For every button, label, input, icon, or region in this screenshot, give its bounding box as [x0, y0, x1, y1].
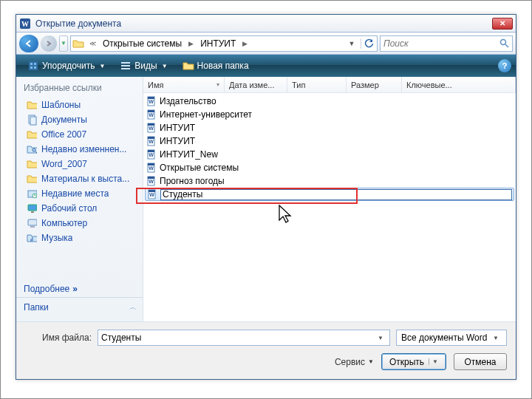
chevron-down-icon[interactable]: ▼ [490, 335, 502, 341]
sidebar-item[interactable]: Word_2007 [24, 157, 143, 171]
svg-text:W: W [149, 166, 154, 171]
column-header-name[interactable]: Имя▾ [143, 77, 225, 92]
file-item[interactable]: WИНТУИТ [143, 121, 516, 134]
file-name: ИНТУИТ_New [160, 149, 218, 160]
word-doc-icon: W [146, 136, 157, 146]
file-name: Прогноз погоды [160, 176, 225, 186]
folder-icon [27, 159, 37, 169]
command-bar: Упорядочить ▼ Виды ▼ Новая папка ? [16, 55, 516, 77]
file-view: Имя▾ Дата изме... Тип Размер Ключевые...… [143, 77, 516, 321]
sidebar-item[interactable]: Музыка [24, 231, 143, 245]
sidebar-item[interactable]: Office 2007 [24, 127, 143, 142]
file-name: ИНТУИТ [160, 123, 195, 133]
sidebar-item-label: Материалы к выста... [41, 174, 129, 184]
word-doc-icon: W [147, 189, 157, 200]
file-item[interactable]: WИНТУИТ_New [143, 148, 516, 161]
svg-text:W: W [149, 179, 154, 184]
forward-button[interactable] [41, 35, 57, 52]
sidebar-item-label: Музыка [41, 233, 72, 243]
close-button[interactable]: ✕ [492, 18, 513, 30]
chevron-down-icon: ▼ [368, 358, 374, 365]
dialog-footer: Имя файла: ▼ Все документы Word ▼ Сервис… [16, 321, 516, 379]
refresh-button[interactable] [361, 38, 375, 49]
open-button[interactable]: Открыть ▼ [381, 353, 446, 370]
nav-history-dropdown[interactable]: ▼ [59, 35, 68, 52]
views-icon [120, 60, 132, 72]
sidebar-item-label: Office 2007 [41, 129, 86, 140]
column-header-type[interactable]: Тип [287, 77, 347, 92]
search-input[interactable] [383, 38, 499, 49]
new-folder-icon [183, 60, 194, 72]
svg-rect-8 [34, 66, 36, 69]
filetype-filter[interactable]: Все документы Word ▼ [396, 330, 507, 346]
cancel-button[interactable]: Отмена [454, 353, 507, 370]
svg-rect-4 [29, 61, 38, 70]
filename-label: Имя файла: [25, 332, 92, 343]
word-doc-icon: W [146, 109, 157, 120]
filename-input[interactable] [101, 332, 375, 343]
filename-combobox[interactable]: ▼ [98, 330, 390, 346]
svg-text:W: W [21, 20, 29, 28]
chevron-up-icon: ︿ [129, 302, 135, 313]
chevron-down-icon: ▼ [99, 63, 105, 69]
address-dropdown[interactable]: ▼ [346, 40, 358, 47]
sidebar-item[interactable]: Недавно изменнен... [24, 142, 143, 157]
folder-icon [27, 100, 37, 110]
file-item[interactable]: WПрогноз погоды [143, 174, 516, 188]
tools-menu[interactable]: Сервис ▼ [335, 357, 374, 367]
file-item[interactable]: WИНТУИТ [143, 134, 516, 148]
file-list[interactable]: WИздательствоWИнтернет-университетWИНТУИ… [143, 93, 516, 321]
search-box[interactable] [380, 35, 513, 52]
column-header-size[interactable]: Размер [347, 77, 402, 92]
file-rename-input[interactable] [160, 189, 512, 200]
sidebar-item[interactable]: Документы [24, 112, 143, 127]
help-button[interactable]: ? [498, 59, 511, 72]
column-headers: Имя▾ Дата изме... Тип Размер Ключевые... [143, 77, 516, 93]
svg-rect-13 [30, 117, 36, 125]
organize-icon [27, 60, 39, 72]
folders-toggle[interactable]: Папки ︿ [16, 297, 143, 317]
svg-text:W: W [149, 126, 154, 131]
word-doc-icon: W [146, 176, 157, 186]
search-icon [499, 38, 509, 48]
file-item[interactable]: WИнтернет-университет [143, 108, 516, 121]
sidebar-item[interactable]: Рабочий стол [24, 201, 143, 216]
sidebar-item[interactable]: Недавние места [24, 186, 143, 201]
column-header-date[interactable]: Дата изме... [225, 77, 287, 92]
new-folder-button[interactable]: Новая папка [176, 57, 256, 75]
sidebar-item[interactable]: Материалы к выста... [24, 171, 143, 186]
svg-line-3 [505, 44, 508, 47]
computer-icon [27, 218, 37, 228]
svg-rect-9 [121, 62, 130, 64]
svg-rect-11 [121, 68, 130, 69]
file-item[interactable]: WИздательство [143, 95, 516, 108]
cursor-icon [276, 204, 296, 226]
word-app-icon: W [19, 18, 31, 30]
sidebar-item[interactable]: Компьютер [24, 216, 143, 231]
views-button[interactable]: Виды ▼ [113, 57, 174, 75]
svg-rect-20 [28, 219, 37, 225]
svg-rect-10 [121, 65, 130, 66]
file-name: Открытые системы [160, 163, 239, 173]
chevron-down-icon[interactable]: ▼ [375, 335, 386, 341]
back-button[interactable] [19, 35, 38, 52]
open-file-dialog: W Открытие документа ✕ ▼ ≪ Открытые сист… [16, 14, 516, 380]
file-item-selected[interactable]: W [145, 188, 514, 201]
address-bar[interactable]: ≪ Открытые системы ▶ ИНТУИТ ▶ ▼ [70, 35, 378, 52]
svg-text:W: W [149, 192, 154, 197]
breadcrumb-item[interactable]: Открытые системы [101, 38, 183, 49]
column-header-keywords[interactable]: Ключевые... [402, 77, 516, 92]
svg-point-2 [501, 40, 506, 45]
file-name: Интернет-университет [160, 109, 252, 120]
breadcrumb-item[interactable]: ИНТУИТ [199, 38, 237, 49]
title-bar: W Открытие документа ✕ [16, 15, 516, 33]
chevron-right-icon: ▶ [240, 40, 250, 47]
chevron-down-icon[interactable]: ▼ [429, 358, 438, 365]
file-item[interactable]: WОткрытые системы [143, 161, 516, 174]
svg-text:W: W [149, 152, 154, 157]
organize-button[interactable]: Упорядочить ▼ [21, 57, 112, 75]
nav-bar: ▼ ≪ Открытые системы ▶ ИНТУИТ ▶ ▼ [16, 33, 516, 55]
sidebar-item[interactable]: Шаблоны [24, 98, 143, 112]
more-link[interactable]: Подробнее» [16, 281, 143, 297]
favorites-sidebar: Избранные ссылки ШаблоныДокументыOffice … [16, 77, 143, 321]
